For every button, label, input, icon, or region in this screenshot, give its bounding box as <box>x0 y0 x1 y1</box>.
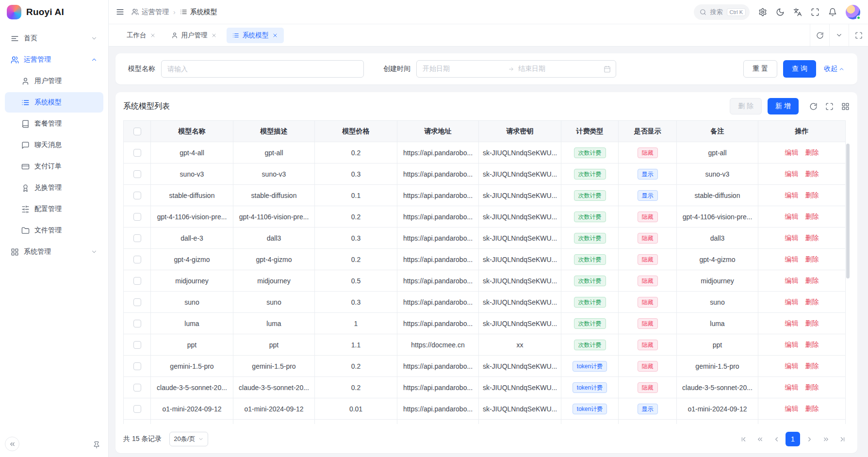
start-date-placeholder[interactable]: 开始日期 <box>423 65 504 73</box>
delete-button[interactable]: 删 除 <box>730 98 762 114</box>
sidebar-item-package-management[interactable]: 套餐管理 <box>5 114 103 134</box>
sidebar-item-config-management[interactable]: 配置管理 <box>5 199 103 219</box>
delete-link[interactable]: 删除 <box>805 148 819 156</box>
maximize-icon <box>811 8 819 16</box>
edit-link[interactable]: 编辑 <box>785 383 799 391</box>
chevrons-left-icon <box>756 436 764 443</box>
refresh-page-button[interactable] <box>810 24 829 46</box>
model-name-input[interactable] <box>161 60 364 78</box>
breadcrumb-system-model[interactable]: 系统模型 <box>180 8 217 16</box>
row-checkbox[interactable] <box>133 234 141 242</box>
delete-link[interactable]: 删除 <box>805 212 819 220</box>
delete-link[interactable]: 删除 <box>805 341 819 348</box>
sidebar-item-user-management[interactable]: 用户管理 <box>5 71 103 91</box>
end-date-placeholder[interactable]: 结束日期 <box>518 65 600 73</box>
delete-link[interactable]: 删除 <box>805 298 819 306</box>
cell-request-key: sk-JIUQLNndqSeKWU... <box>479 313 561 334</box>
close-icon[interactable] <box>272 33 278 38</box>
row-checkbox[interactable] <box>133 170 141 178</box>
edit-link[interactable]: 编辑 <box>785 170 799 178</box>
close-icon[interactable] <box>211 33 217 38</box>
column-settings-button[interactable] <box>841 102 850 111</box>
edit-link[interactable]: 编辑 <box>785 341 799 348</box>
table-scrollbar[interactable] <box>846 144 850 278</box>
sidebar-item-chat-messages[interactable]: 聊天消息 <box>5 135 103 155</box>
user-avatar[interactable] <box>846 5 860 19</box>
fullscreen-button[interactable] <box>811 8 819 16</box>
edit-link[interactable]: 编辑 <box>785 148 799 156</box>
sidebar-item-file-management[interactable]: 文件管理 <box>5 220 103 241</box>
content-fullscreen-button[interactable] <box>849 24 868 46</box>
reset-button[interactable]: 重 置 <box>743 60 777 78</box>
prev-page-button[interactable] <box>769 432 784 446</box>
first-page-button[interactable] <box>736 432 751 446</box>
row-checkbox[interactable] <box>133 405 141 413</box>
delete-link[interactable]: 删除 <box>805 362 819 370</box>
cell-remark: luma <box>677 313 758 334</box>
theme-toggle-button[interactable] <box>776 8 785 16</box>
sidebar-item-system-management[interactable]: 系统管理 <box>5 242 103 262</box>
add-button[interactable]: 新 增 <box>768 98 799 114</box>
next-page-button[interactable] <box>802 432 817 446</box>
delete-link[interactable]: 删除 <box>805 255 819 263</box>
prev-pages-button[interactable] <box>753 432 767 446</box>
sidebar-toggle-button[interactable] <box>115 7 125 16</box>
edit-link[interactable]: 编辑 <box>785 255 799 263</box>
sidebar-item-home[interactable]: 首页 <box>5 28 103 49</box>
delete-link[interactable]: 删除 <box>805 405 819 412</box>
row-checkbox[interactable] <box>133 149 141 157</box>
row-checkbox[interactable] <box>133 213 141 221</box>
refresh-icon <box>809 102 818 111</box>
language-button[interactable] <box>793 8 802 16</box>
edit-link[interactable]: 编辑 <box>785 362 799 370</box>
delete-link[interactable]: 删除 <box>805 383 819 391</box>
tab-system-model[interactable]: 系统模型 <box>227 28 284 43</box>
query-button[interactable]: 查 询 <box>783 60 816 78</box>
row-checkbox[interactable] <box>133 341 141 349</box>
notifications-button[interactable] <box>828 8 837 16</box>
row-checkbox[interactable] <box>133 384 141 392</box>
row-checkbox[interactable] <box>133 298 141 306</box>
edit-link[interactable]: 编辑 <box>785 405 799 412</box>
tab-user-management[interactable]: 用户管理 <box>165 28 223 43</box>
sidebar-item-system-model[interactable]: 系统模型 <box>5 92 103 113</box>
edit-link[interactable]: 编辑 <box>785 277 799 284</box>
next-pages-button[interactable] <box>819 432 833 446</box>
table-fullscreen-button[interactable] <box>825 102 834 111</box>
last-page-button[interactable] <box>835 432 850 446</box>
sidebar-item-redeem-management[interactable]: 兑换管理 <box>5 178 103 198</box>
page-1-button[interactable]: 1 <box>786 432 800 446</box>
close-icon[interactable] <box>150 33 156 38</box>
page-size-select[interactable]: 20条/页 <box>169 432 208 446</box>
delete-link[interactable]: 删除 <box>805 234 819 242</box>
row-checkbox[interactable] <box>133 192 141 199</box>
settings-button[interactable] <box>758 8 767 16</box>
row-checkbox[interactable] <box>133 320 141 327</box>
refresh-table-button[interactable] <box>809 102 818 111</box>
edit-link[interactable]: 编辑 <box>785 298 799 306</box>
collapse-filter-link[interactable]: 收起 <box>824 65 845 73</box>
delete-link[interactable]: 删除 <box>805 319 819 327</box>
global-search[interactable]: 搜索 Ctrl K <box>694 4 750 20</box>
row-checkbox[interactable] <box>133 277 141 285</box>
delete-link[interactable]: 删除 <box>805 191 819 199</box>
edit-link[interactable]: 编辑 <box>785 234 799 242</box>
sidebar-item-payment-orders[interactable]: 支付订单 <box>5 156 103 177</box>
edit-link[interactable]: 编辑 <box>785 191 799 199</box>
sidebar-pin-button[interactable] <box>93 441 100 449</box>
tab-workbench[interactable]: 工作台 <box>121 28 162 43</box>
tab-options-button[interactable] <box>829 24 849 46</box>
delete-link[interactable]: 删除 <box>805 277 819 284</box>
delete-link[interactable]: 删除 <box>805 170 819 178</box>
sidebar-collapse-button[interactable] <box>5 437 19 451</box>
table-row: dall-e-3 dall3 0.3 https://api.pandarobo… <box>124 228 846 249</box>
edit-link[interactable]: 编辑 <box>785 319 799 327</box>
breadcrumb-operations[interactable]: 运营管理 <box>131 8 169 16</box>
select-all-checkbox[interactable] <box>133 128 141 135</box>
row-checkbox[interactable] <box>133 362 141 370</box>
sidebar-item-operations[interactable]: 运营管理 <box>5 49 103 70</box>
edit-link[interactable]: 编辑 <box>785 212 799 220</box>
date-range-picker[interactable]: 开始日期 结束日期 <box>416 60 616 78</box>
model-list-card: 系统模型列表 删 除 新 增 <box>115 92 857 453</box>
row-checkbox[interactable] <box>133 256 141 263</box>
